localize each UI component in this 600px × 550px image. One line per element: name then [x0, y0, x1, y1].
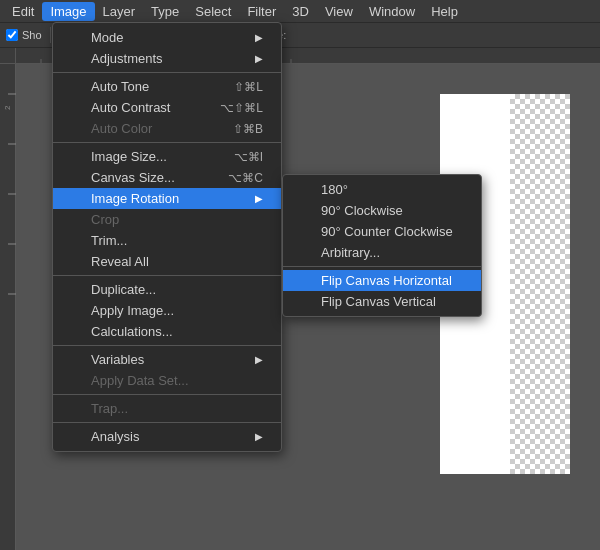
submenu-item-90ccw-label: 90° Counter Clockwise [321, 224, 453, 239]
sep-5 [53, 394, 281, 395]
submenu-item-180-label: 180° [321, 182, 348, 197]
menu-item-image-rotation[interactable]: Image Rotation ▶ [53, 188, 281, 209]
menu-item-canvas-size-label: Canvas Size... [91, 170, 175, 185]
menu-item-trap: Trap... [53, 398, 281, 419]
menu-item-crop-label: Crop [91, 212, 119, 227]
menu-item-reveal-all-label: Reveal All [91, 254, 149, 269]
menu-item-adjustments-label: Adjustments [91, 51, 163, 66]
menu-arrow-analysis: ▶ [255, 431, 263, 442]
menu-item-auto-color-label: Auto Color [91, 121, 152, 136]
menu-item-trap-label: Trap... [91, 401, 128, 416]
sep-1 [53, 72, 281, 73]
menu-item-reveal-all[interactable]: Reveal All [53, 251, 281, 272]
menu-item-variables[interactable]: Variables ▶ [53, 349, 281, 370]
menu-item-trim[interactable]: Trim... [53, 230, 281, 251]
menu-item-auto-contrast[interactable]: Auto Contrast ⌥⇧⌘L [53, 97, 281, 118]
menubar-item-view[interactable]: View [317, 2, 361, 21]
menu-item-image-size[interactable]: Image Size... ⌥⌘I [53, 146, 281, 167]
sep-2 [53, 142, 281, 143]
menu-item-apply-data-set-label: Apply Data Set... [91, 373, 189, 388]
menu-item-duplicate[interactable]: Duplicate... [53, 279, 281, 300]
menu-item-mode[interactable]: Mode ▶ [53, 27, 281, 48]
menu-item-auto-tone[interactable]: Auto Tone ⇧⌘L [53, 76, 281, 97]
menubar-item-3d[interactable]: 3D [284, 2, 317, 21]
submenu-item-90cw-label: 90° Clockwise [321, 203, 403, 218]
menu-item-apply-image[interactable]: Apply Image... [53, 300, 281, 321]
shortcut-auto-contrast: ⌥⇧⌘L [220, 101, 263, 115]
submenu-item-flip-v[interactable]: Flip Canvas Vertical [283, 291, 481, 312]
menu-item-auto-tone-label: Auto Tone [91, 79, 149, 94]
menubar-item-type[interactable]: Type [143, 2, 187, 21]
submenu-item-flip-v-label: Flip Canvas Vertical [321, 294, 436, 309]
menu-item-image-rotation-label: Image Rotation [91, 191, 179, 206]
sep-6 [53, 422, 281, 423]
menubar-item-filter[interactable]: Filter [239, 2, 284, 21]
menubar-item-edit[interactable]: Edit [4, 2, 42, 21]
menu-item-crop: Crop [53, 209, 281, 230]
submenu-item-flip-h[interactable]: Flip Canvas Horizontal [283, 270, 481, 291]
menu-item-auto-color: Auto Color ⇧⌘B [53, 118, 281, 139]
submenu-item-arbitrary[interactable]: Arbitrary... [283, 242, 481, 263]
menu-arrow-variables: ▶ [255, 354, 263, 365]
dropdown-container: Mode ▶ Adjustments ▶ Auto Tone ⇧⌘L Auto [0, 22, 282, 452]
menu-item-canvas-size[interactable]: Canvas Size... ⌥⌘C [53, 167, 281, 188]
menu-item-apply-data-set: Apply Data Set... [53, 370, 281, 391]
rotation-submenu: 180° 90° Clockwise 90° Counter Clockwise… [282, 174, 482, 317]
menu-arrow-mode: ▶ [255, 32, 263, 43]
menu-item-calculations[interactable]: Calculations... [53, 321, 281, 342]
shortcut-auto-color: ⇧⌘B [233, 122, 263, 136]
shortcut-auto-tone: ⇧⌘L [234, 80, 263, 94]
submenu-item-arbitrary-label: Arbitrary... [321, 245, 380, 260]
shortcut-image-size: ⌥⌘I [234, 150, 263, 164]
submenu-item-flip-h-label: Flip Canvas Horizontal [321, 273, 452, 288]
menubar-item-help[interactable]: Help [423, 2, 466, 21]
image-menu: Mode ▶ Adjustments ▶ Auto Tone ⇧⌘L Auto [52, 22, 282, 452]
menubar-item-select[interactable]: Select [187, 2, 239, 21]
menu-item-variables-label: Variables [91, 352, 144, 367]
shortcut-canvas-size: ⌥⌘C [228, 171, 263, 185]
menu-arrow-adjustments: ▶ [255, 53, 263, 64]
menu-item-image-size-label: Image Size... [91, 149, 167, 164]
menubar: Edit Image Layer Type Select Filter 3D V… [0, 0, 600, 22]
menu-item-auto-contrast-label: Auto Contrast [91, 100, 171, 115]
sep-4 [53, 345, 281, 346]
sep-3 [53, 275, 281, 276]
menu-item-analysis-label: Analysis [91, 429, 139, 444]
submenu-item-90ccw[interactable]: 90° Counter Clockwise [283, 221, 481, 242]
submenu-item-90cw[interactable]: 90° Clockwise [283, 200, 481, 221]
menubar-item-window[interactable]: Window [361, 2, 423, 21]
menu-item-calculations-label: Calculations... [91, 324, 173, 339]
submenu-sep [283, 266, 481, 267]
menubar-item-image[interactable]: Image [42, 2, 94, 21]
menu-item-trim-label: Trim... [91, 233, 127, 248]
menubar-item-layer[interactable]: Layer [95, 2, 144, 21]
submenu-item-180[interactable]: 180° [283, 179, 481, 200]
menu-item-mode-label: Mode [91, 30, 124, 45]
menu-item-duplicate-label: Duplicate... [91, 282, 156, 297]
menu-item-analysis[interactable]: Analysis ▶ [53, 426, 281, 447]
menu-item-adjustments[interactable]: Adjustments ▶ [53, 48, 281, 69]
menu-item-apply-image-label: Apply Image... [91, 303, 174, 318]
menu-arrow-image-rotation: ▶ [255, 193, 263, 204]
